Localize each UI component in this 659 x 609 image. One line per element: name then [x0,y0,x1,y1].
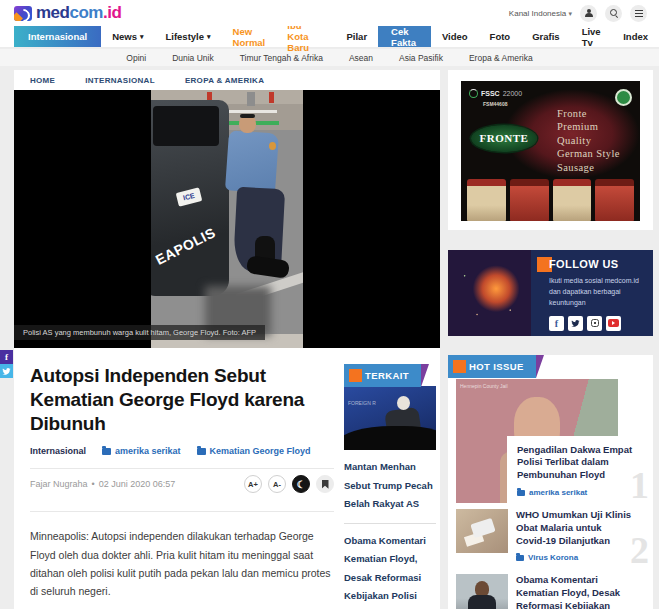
nav-ibu-kota-baru[interactable]: Ibu Kota Baru [276,26,335,47]
nav-internasional[interactable]: Internasional [14,26,101,47]
font-increase-button[interactable]: A+ [244,475,262,493]
search-button[interactable] [605,5,622,22]
account-button[interactable] [580,5,597,22]
ribbon-accent [349,369,362,382]
bookmark-button[interactable] [316,475,334,493]
sunglasses [240,114,255,118]
youtube-link[interactable] [606,316,621,331]
product-pack [595,179,634,221]
menu-button[interactable] [630,5,647,22]
hero-photo: EAPOLIS ICE [151,90,303,348]
twitter-link[interactable] [568,316,583,331]
nav-grafis[interactable]: Grafis [521,26,570,47]
nav-pilar[interactable]: Pilar [335,26,378,47]
terkait-widget: TERKAIT FOREIGN R Mantan Menhan Sebut Tr… [344,364,436,609]
hot-issue-headline: Pengadilan Dakwa Empat Polisi Terlibat d… [517,444,645,482]
follow-us-text: Ikuti media sosial medcom.id dan dapatka… [549,276,645,309]
subnav-asean[interactable]: Asean [349,53,373,63]
product-pack [467,179,506,221]
paragraph: Minneapolis: Autopsi independen dilakuka… [30,527,334,601]
dark-mode-button[interactable]: ☾ [292,475,310,493]
folder-icon [197,448,206,455]
product-pack [553,179,592,221]
advertisement[interactable]: FSSC 22000 FSM44608 FRONTE Fronte Premiu… [461,81,640,221]
tag-amerika-serikat[interactable]: amerika serikat [102,446,181,456]
nav-news[interactable]: News▾ [101,26,154,47]
article-meta: Fajar Nugraha • 02 Juni 2020 06:57 A+ A-… [30,469,334,499]
medcom-logo-icon [14,6,32,21]
nav-video[interactable]: Video [431,26,479,47]
category-link[interactable]: Internasional [30,446,86,456]
breadcrumb: HOME INTERNASIONAL EROPA & AMERIKA [14,70,440,90]
hot-issue-headline: Obama Komentari Kematian Floyd, Desak Re… [516,574,633,609]
user-icon [585,9,593,17]
hot-issue-item-1[interactable]: Hennepin County Jail 1 Pengadilan Dakwa … [448,379,653,503]
nav-foto[interactable]: Foto [479,26,522,47]
subnav-eropa-amerika[interactable]: Eropa & Amerika [469,53,533,63]
hot-issue-tag[interactable]: Virus Korona [516,553,633,562]
ribbon-accent [453,360,466,373]
follow-us-banner: FOLLOW US Ikuti media sosial medcom.id d… [448,250,653,336]
terkait-item[interactable]: Obama Komentari Kematian Floyd, Desak Re… [344,524,436,609]
article-card: HOME INTERNASIONAL EROPA & AMERIKA EAPOL… [14,70,440,609]
fronte-brand-logo: FRONTE [471,125,537,152]
logo-com: com [69,3,102,22]
fssc-logo-icon [469,89,478,98]
terkait-item[interactable]: Mantan Menhan Sebut Trump Pecah Belah Ra… [344,450,436,524]
hot-issue-item-3[interactable]: Obama Komentari Kematian Floyd, Desak Re… [448,568,653,609]
logo-med: med [36,3,69,22]
subnav-dunia-unik[interactable]: Dunia Unik [172,53,214,63]
ad-tagline: Fronte Premium Quality German Style Saus… [557,107,627,174]
pills-photo [456,509,508,553]
kanal-dropdown[interactable]: Kanal Indonesia ▾ [509,9,572,18]
ad-card: FSSC 22000 FSM44608 FRONTE Fronte Premiu… [448,70,653,230]
hot-issue-tag[interactable]: amerika serikat [517,488,645,497]
nav-new-normal[interactable]: New Normal [222,26,277,47]
instagram-icon [591,319,599,327]
tag-kematian-george-floyd[interactable]: Kematian George Floyd [197,446,311,456]
facebook-link[interactable]: f [549,316,564,331]
facebook-icon: f [555,318,558,329]
breadcrumb-eropa-amerika[interactable]: EROPA & AMERIKA [185,76,264,85]
publish-date: 02 Juni 2020 06:57 [99,479,176,489]
halal-badge-icon [615,89,632,106]
article-hero-image: EAPOLIS ICE Polisi AS yang membunuh warg… [14,90,440,348]
police-officer [225,130,279,193]
share-twitter-button[interactable] [0,364,13,378]
subnav-timur-tengah[interactable]: Timur Tengah & Afrika [240,53,323,63]
chevron-down-icon: ▾ [207,33,211,41]
chevron-down-icon: ▾ [140,33,144,41]
folder-icon [516,555,524,561]
subnav-opini[interactable]: Opini [126,53,146,63]
tag-row: Internasional amerika serikat Kematian G… [30,446,334,456]
share-rail: f [0,350,13,378]
top-bar: medcom.id Kanal Indonesia ▾ [0,0,659,26]
medcom-logo[interactable]: medcom.id [14,3,121,23]
chevron-down-icon: ▾ [568,10,572,17]
breadcrumb-home[interactable]: HOME [30,76,55,85]
product-pack [510,179,549,221]
content: f HOME INTERNASIONAL EROPA & AMERIKA [0,66,659,609]
hot-issue-item-2[interactable]: WHO Umumkan Uji Klinis Obat Malaria untu… [448,503,653,568]
breadcrumb-internasional[interactable]: INTERNASIONAL [85,76,155,85]
page-title: Autopsi Independen Sebut Kematian George… [30,364,334,435]
share-facebook-button[interactable]: f [0,350,13,364]
obama-photo [456,574,508,609]
twitter-icon [571,319,580,328]
youtube-icon [608,319,619,327]
nav-index[interactable]: Index [612,26,659,47]
instagram-link[interactable] [587,316,602,331]
terkait-photo[interactable]: FOREIGN R [344,386,436,450]
logo-id: .id [103,3,121,22]
hamburger-icon [635,10,643,17]
nav-cek-fakta[interactable]: Cek Fakta [378,26,431,47]
twitter-icon [2,367,11,376]
hot-issue-headline: WHO Umumkan Uji Klinis Obat Malaria untu… [516,509,633,547]
subnav-asia-pasifik[interactable]: Asia Pasifik [399,53,443,63]
page: medcom.id Kanal Indonesia ▾ Internasiona… [0,0,659,609]
nav-live-tv[interactable]: Live Tv [571,26,613,47]
facebook-icon: f [5,352,8,362]
sub-nav: Opini Dunia Unik Timur Tengah & Afrika A… [0,49,659,66]
font-decrease-button[interactable]: A- [268,475,286,493]
nav-lifestyle[interactable]: Lifestyle▾ [154,26,221,47]
